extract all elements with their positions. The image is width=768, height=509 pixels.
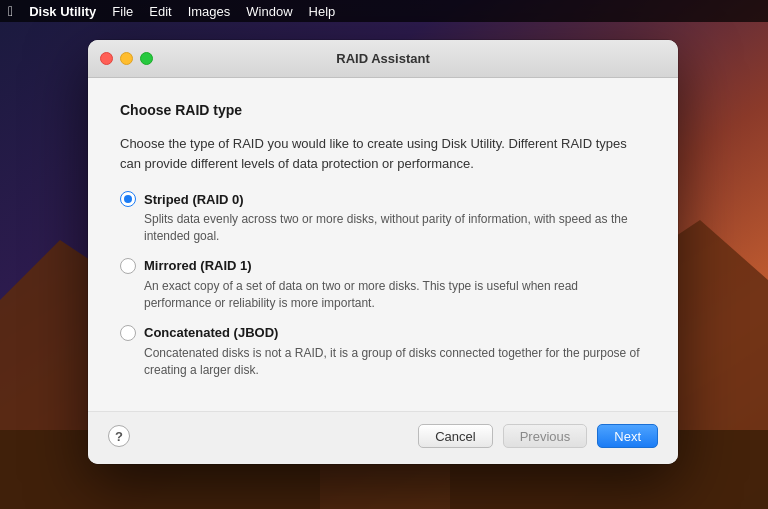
menu-window[interactable]: Window [246, 4, 292, 19]
menu-help[interactable]: Help [309, 4, 336, 19]
apple-menu[interactable]:  [8, 3, 13, 19]
dialog-bottom-bar: ? Cancel Previous Next [88, 411, 678, 464]
option-concatenated[interactable]: Concatenated (JBOD) Concatenated disks i… [120, 325, 646, 380]
option-concatenated-title: Concatenated (JBOD) [144, 325, 278, 340]
minimize-button[interactable] [120, 52, 133, 65]
option-mirrored-desc: An exact copy of a set of data on two or… [120, 278, 646, 313]
option-mirrored-title: Mirrored (RAID 1) [144, 258, 252, 273]
maximize-button[interactable] [140, 52, 153, 65]
radio-striped[interactable] [120, 191, 136, 207]
option-striped[interactable]: Striped (RAID 0) Splits data evenly acro… [120, 191, 646, 246]
dialog-content: Choose RAID type Choose the type of RAID… [88, 78, 678, 411]
close-button[interactable] [100, 52, 113, 65]
traffic-lights [100, 52, 153, 65]
raid-assistant-dialog: RAID Assistant Choose RAID type Choose t… [88, 40, 678, 464]
bottom-buttons: Cancel Previous Next [418, 424, 658, 448]
previous-button[interactable]: Previous [503, 424, 588, 448]
option-striped-desc: Splits data evenly across two or more di… [120, 211, 646, 246]
help-button[interactable]: ? [108, 425, 130, 447]
menu-file[interactable]: File [112, 4, 133, 19]
menu-images[interactable]: Images [188, 4, 231, 19]
radio-mirrored[interactable] [120, 258, 136, 274]
title-bar: RAID Assistant [88, 40, 678, 78]
radio-concatenated[interactable] [120, 325, 136, 341]
option-concatenated-desc: Concatenated disks is not a RAID, it is … [120, 345, 646, 380]
option-mirrored[interactable]: Mirrored (RAID 1) An exact copy of a set… [120, 258, 646, 313]
description-text: Choose the type of RAID you would like t… [120, 134, 646, 173]
app-name[interactable]: Disk Utility [29, 4, 96, 19]
radio-dot-striped [124, 195, 132, 203]
section-title: Choose RAID type [120, 102, 646, 118]
next-button[interactable]: Next [597, 424, 658, 448]
menu-bar:  Disk Utility File Edit Images Window H… [0, 0, 768, 22]
option-striped-title: Striped (RAID 0) [144, 192, 244, 207]
menu-edit[interactable]: Edit [149, 4, 171, 19]
cancel-button[interactable]: Cancel [418, 424, 492, 448]
dialog-title: RAID Assistant [336, 51, 429, 66]
